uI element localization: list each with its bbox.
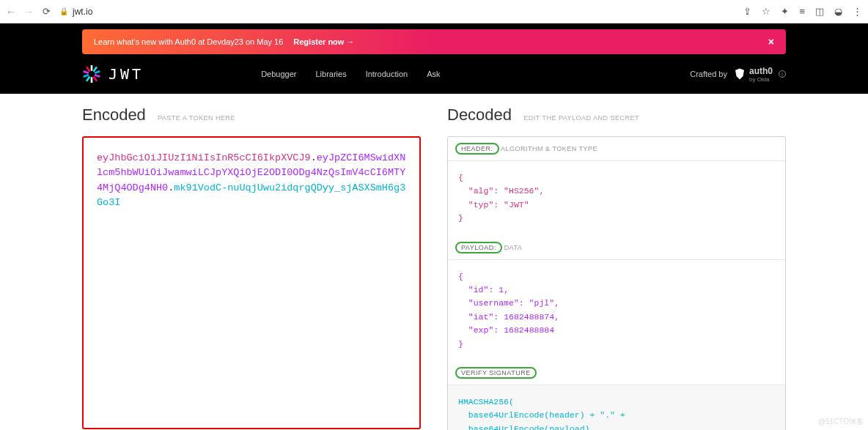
auth0-shield-icon	[733, 67, 746, 81]
main-content: Encoded PASTE A TOKEN HERE eyJhbGciOiJIU…	[82, 94, 786, 430]
header-tag: HEADER:	[455, 143, 499, 155]
svg-rect-7	[83, 70, 89, 74]
decoded-column: Decoded EDIT THE PAYLOAD AND SECRET HEAD…	[447, 105, 786, 430]
svg-rect-9	[86, 67, 91, 73]
verify-tag: VERIFY SIGNATURE	[455, 367, 537, 379]
nav-arrows: ← →	[6, 6, 34, 18]
verify-section-label: VERIFY SIGNATURE	[448, 361, 785, 385]
crafted-by-label: Crafted by	[690, 70, 727, 78]
forward-button[interactable]: →	[23, 6, 34, 18]
by-okta-text: by Okta	[749, 76, 773, 83]
encoded-subtitle: PASTE A TOKEN HERE	[158, 114, 235, 122]
watermark: @51CTO博客	[818, 417, 864, 427]
header-desc: ALGORITHM & TOKEN TYPE	[501, 145, 597, 152]
payload-desc: DATA	[504, 244, 523, 251]
browser-toolbar: ← → ⟳ 🔒 jwt.io ⇪ ☆ ✦ ≡ ◫ ◒ ⋮	[0, 0, 868, 23]
decoded-subtitle: EDIT THE PAYLOAD AND SECRET	[523, 114, 639, 122]
decoded-title: Decoded EDIT THE PAYLOAD AND SECRET	[447, 105, 786, 125]
main-nav: JWT Debugger Libraries Introduction Ask …	[82, 54, 786, 94]
nav-ask[interactable]: Ask	[427, 70, 440, 78]
nav-libraries[interactable]: Libraries	[315, 70, 346, 78]
payload-tag: PAYLOAD:	[455, 242, 502, 253]
address-bar[interactable]: 🔒 jwt.io	[59, 7, 92, 17]
logo[interactable]: JWT	[82, 64, 144, 84]
toolbar-icons: ⇪ ☆ ✦ ≡ ◫ ◒ ⋮	[743, 6, 862, 17]
svg-rect-3	[86, 76, 91, 82]
avatar-icon[interactable]: ◒	[834, 6, 842, 17]
nav-links: Debugger Libraries Introduction Ask	[261, 70, 440, 78]
nav-introduction[interactable]: Introduction	[366, 70, 408, 78]
url-text: jwt.io	[73, 7, 92, 17]
site-header: Learn what's new with Auth0 at Devday23 …	[0, 23, 868, 94]
announcement-banner: Learn what's new with Auth0 at Devday23 …	[82, 29, 786, 54]
reload-button[interactable]: ⟳	[43, 6, 51, 17]
back-button[interactable]: ←	[6, 6, 16, 18]
star-icon[interactable]: ☆	[762, 6, 770, 17]
payload-section-label: PAYLOAD: DATA	[448, 236, 785, 260]
encoded-token-input[interactable]: eyJhbGciOiJIUzI1NiIsInR5cCI6IkpXVCJ9.eyJ…	[82, 136, 421, 429]
encoded-column: Encoded PASTE A TOKEN HERE eyJhbGciOiJIU…	[82, 105, 421, 430]
auth0-logo[interactable]: auth0 by Okta	[733, 66, 773, 83]
svg-rect-0	[91, 65, 93, 71]
list-icon[interactable]: ≡	[799, 6, 805, 17]
jwt-logo-icon	[82, 64, 101, 84]
banner-text: Learn what's new with Auth0 at Devday23 …	[94, 37, 283, 46]
header-json-editor[interactable]: { "alg": "HS256", "typ": "JWT" }	[448, 161, 785, 236]
banner-register-link[interactable]: Register now →	[293, 37, 354, 46]
crafted-by: Crafted by auth0 by Okta i	[690, 66, 786, 83]
nav-debugger[interactable]: Debugger	[261, 70, 296, 78]
encoded-title: Encoded PASTE A TOKEN HERE	[82, 105, 421, 125]
svg-rect-4	[95, 70, 100, 74]
lock-icon: 🔒	[59, 7, 68, 15]
svg-rect-8	[92, 76, 98, 82]
logo-text: JWT	[108, 65, 144, 83]
payload-json-editor[interactable]: { "id": 1, "username": "pjl", "iat": 168…	[448, 260, 785, 361]
menu-icon[interactable]: ⋮	[853, 6, 862, 17]
info-icon[interactable]: i	[779, 70, 786, 78]
svg-rect-2	[92, 67, 98, 73]
token-header-part: eyJhbGciOiJIUzI1NiIsInR5cCI6IkpXVCJ9	[97, 152, 311, 163]
share-icon[interactable]: ⇪	[743, 6, 751, 17]
svg-rect-5	[83, 74, 89, 78]
header-section-label: HEADER: ALGORITHM & TOKEN TYPE	[448, 137, 785, 161]
decoded-container: HEADER: ALGORITHM & TOKEN TYPE { "alg": …	[447, 136, 786, 430]
svg-rect-1	[91, 77, 93, 83]
auth0-text: auth0	[749, 66, 773, 76]
panel-icon[interactable]: ◫	[815, 6, 824, 17]
svg-rect-6	[95, 74, 100, 78]
banner-close-icon[interactable]: ×	[768, 36, 774, 48]
signature-editor: HMACSHA256( base64UrlEncode(header) + ".…	[448, 385, 785, 430]
extension-icon[interactable]: ✦	[781, 6, 789, 17]
